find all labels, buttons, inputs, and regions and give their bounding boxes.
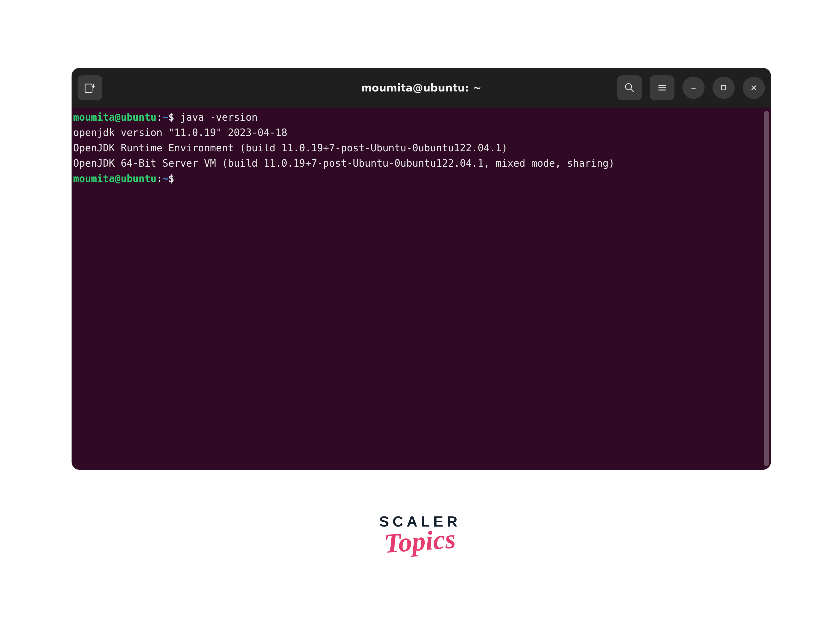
close-icon [750,84,758,92]
svg-line-4 [631,89,633,92]
terminal-scrollbar[interactable] [764,111,769,466]
close-button[interactable] [742,77,765,99]
prompt-user-host: moumita@ubuntu [73,173,156,184]
terminal-output-line: openjdk version "11.0.19" 2023-04-18 [73,125,771,140]
output-text: OpenJDK Runtime Environment (build 11.0.… [73,142,507,153]
new-tab-icon [84,81,96,94]
svg-rect-0 [85,84,92,93]
terminal-prompt-line: moumita@ubuntu:~$ [73,171,771,186]
terminal-body[interactable]: moumita@ubuntu:~$ java -versionopenjdk v… [72,108,771,470]
search-icon [623,81,636,94]
svg-point-3 [625,84,632,90]
maximize-icon [719,84,728,92]
output-text: openjdk version "11.0.19" 2023-04-18 [73,127,287,138]
prompt-user-host: moumita@ubuntu [73,111,156,123]
hamburger-menu-icon [657,82,668,93]
terminal-output-line: OpenJDK 64-Bit Server VM (build 11.0.19+… [73,155,771,171]
title-bar-left-controls [78,75,102,100]
minimize-icon [689,84,698,92]
prompt-path: ~ [162,173,168,184]
prompt-symbol: $ [168,173,180,184]
output-text: OpenJDK 64-Bit Server VM (build 11.0.19+… [73,158,614,169]
menu-button[interactable] [650,75,675,100]
prompt-separator: : [156,173,162,184]
brand-line-2: Topics [383,523,457,560]
title-bar-right-controls [617,75,765,100]
prompt-path: ~ [162,111,168,123]
maximize-button[interactable] [712,77,735,99]
terminal-window: moumita@ubuntu: ~ [72,68,771,470]
prompt-command: java -version [180,111,258,123]
new-tab-button[interactable] [78,75,102,100]
page-stage: moumita@ubuntu: ~ [0,0,840,620]
terminal-content[interactable]: moumita@ubuntu:~$ java -versionopenjdk v… [72,110,771,186]
window-title-bar: moumita@ubuntu: ~ [72,68,771,108]
terminal-output-line: OpenJDK Runtime Environment (build 11.0.… [73,140,771,155]
search-button[interactable] [617,75,642,100]
svg-rect-9 [722,86,726,90]
terminal-prompt-line: moumita@ubuntu:~$ java -version [73,110,771,125]
minimize-button[interactable] [682,77,705,99]
brand-logo: SCALER Topics [379,513,461,558]
prompt-separator: : [156,111,162,123]
prompt-symbol: $ [168,111,180,123]
